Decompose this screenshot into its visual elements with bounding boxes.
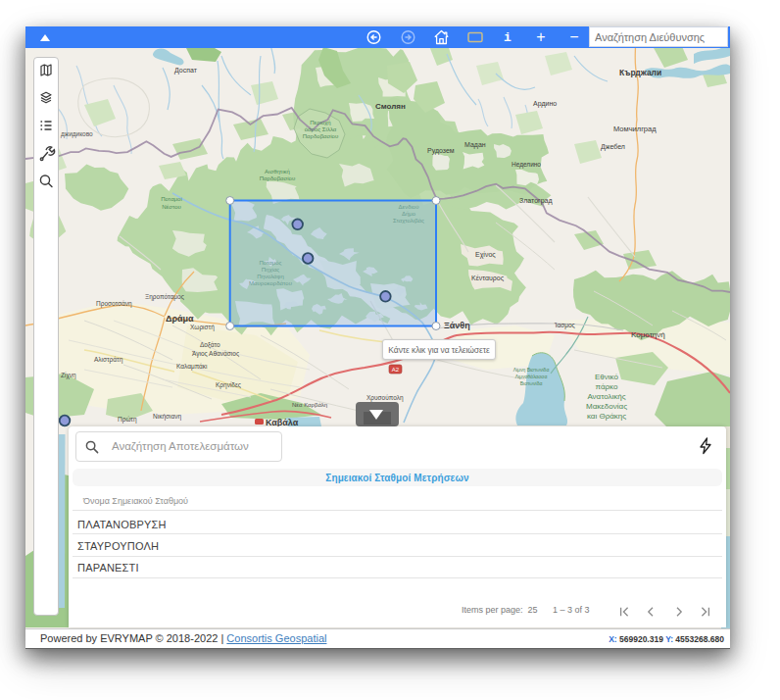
svg-text:Доспат: Доспат <box>174 67 198 75</box>
svg-text:Νικήσιανη: Νικήσιανη <box>153 413 181 421</box>
svg-text:Μακεδονίας: Μακεδονίας <box>586 402 627 411</box>
svg-text:Ίασμος: Ίασμος <box>554 322 575 329</box>
svg-text:Πρώτη: Πρώτη <box>118 416 137 424</box>
svg-text:Δοξάτο: Δοξάτο <box>200 341 220 349</box>
svg-text:Момчилград: Момчилград <box>613 125 657 133</box>
svg-text:Χρυσούπολη: Χρυσούπολη <box>366 394 404 402</box>
svg-text:Ανατολικής: Ανατολικής <box>587 392 625 401</box>
svg-text:Мадан: Мадан <box>464 141 486 149</box>
svg-text:Παρδοβασίου: Παρδοβασίου <box>260 175 295 181</box>
svg-text:Ζίχνη: Ζίχνη <box>61 372 76 379</box>
svg-text:Χωριστή: Χωριστή <box>190 324 215 331</box>
svg-text:Κένταυρος: Κένταυρος <box>471 275 505 282</box>
svg-text:Βιστωνίδα: Βιστωνίδα <box>520 380 543 386</box>
svg-text:Περιοχή: Περιοχή <box>310 120 330 125</box>
svg-text:джидиково: джидиково <box>61 130 93 138</box>
svg-text:Ардино: Ардино <box>533 100 557 108</box>
svg-text:Προσοτσάνη: Προσοτσάνη <box>96 300 132 308</box>
svg-text:και Θράκης: και Θράκης <box>587 412 626 421</box>
svg-text:όάρος Σίλλα: όάρος Σίλλα <box>305 126 337 132</box>
svg-text:Джебел: Джебел <box>601 143 625 151</box>
svg-text:Смолян: Смолян <box>375 102 406 111</box>
svg-text:Ποταμοί: Ποταμοί <box>161 196 182 202</box>
svg-text:Νέα Καρβάλη: Νέα Καρβάλη <box>292 402 327 408</box>
svg-text:Ξηροπόταμος: Ξηροπόταμος <box>145 293 184 301</box>
svg-text:Εθνικό: Εθνικό <box>595 373 618 381</box>
svg-text:Рудозем: Рудозем <box>427 147 455 155</box>
svg-text:Άγιος Αθανάσιος: Άγιος Αθανάσιος <box>192 350 239 358</box>
svg-text:Εχίνος: Εχίνος <box>475 251 496 259</box>
svg-text:A2: A2 <box>392 367 400 373</box>
svg-text:Кърджали: Кърджали <box>619 68 661 77</box>
svg-text:Κρηνίδες: Κρηνίδες <box>216 381 241 389</box>
svg-text:Ξάνθη: Ξάνθη <box>444 321 470 330</box>
svg-text:Αισθητική: Αισθητική <box>265 169 290 175</box>
svg-text:Παρδοβασίου: Παρδοβασίου <box>303 133 338 139</box>
svg-text:πάρκο: πάρκο <box>596 382 618 391</box>
svg-text:Δράμα: Δράμα <box>166 314 194 324</box>
svg-text:Λίμνη Βιστωνίδα: Λίμνη Βιστωνίδα <box>513 367 550 373</box>
svg-text:Νέστου: Νέστου <box>162 204 181 210</box>
svg-text:Λιμνοθάλασσα: Λιμνοθάλασσα <box>515 374 548 379</box>
svg-text:Златоград: Златоград <box>519 197 553 205</box>
svg-text:Κομοτηνή: Κομοτηνή <box>631 330 665 339</box>
svg-text:Неделино: Неделино <box>512 161 541 169</box>
svg-text:Αλιστράτη: Αλιστράτη <box>94 356 123 364</box>
svg-text:Καλαμπάκι: Καλαμπάκι <box>176 363 208 371</box>
